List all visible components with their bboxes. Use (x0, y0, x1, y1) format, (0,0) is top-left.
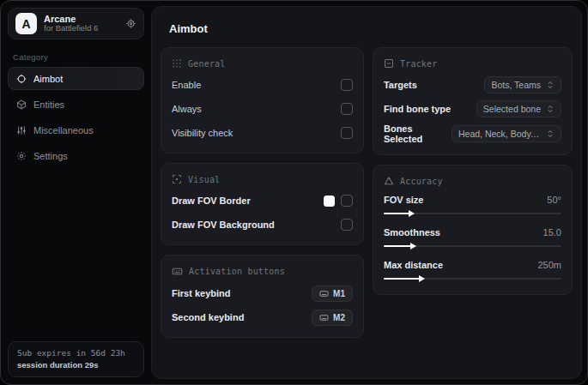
dropdown-value: Bots, Teams (491, 80, 541, 90)
cube-icon (16, 99, 27, 110)
chevrons-up-down-icon (546, 129, 555, 138)
setting-row-draw-fov-border: Draw FOV Border (172, 191, 353, 210)
sidebar: A Arcane for Battlefield 6 Category Aimb… (1, 1, 151, 384)
fov-size-slider[interactable] (384, 208, 561, 219)
keyboard-icon (319, 313, 329, 322)
slider-thumb[interactable] (409, 210, 415, 217)
accuracy-card: Accuracy FOV size 50° (373, 165, 573, 295)
targets-dropdown[interactable]: Bots, Teams (484, 76, 561, 93)
chevrons-up-down-icon (546, 81, 555, 89)
chevrons-up-down-icon (546, 105, 555, 113)
slider-thumb[interactable] (410, 243, 416, 250)
keybind-value: M1 (333, 289, 345, 298)
card-title-text: Accuracy (400, 177, 443, 186)
setting-label: First keybind (172, 288, 230, 298)
setting-label: Always (172, 104, 202, 114)
card-title-text: Activation buttons (189, 267, 285, 276)
setting-row-first-keybind: First keybind M1 (172, 284, 353, 303)
slider-row-fov-size: FOV size 50° (384, 195, 561, 219)
crosshair-icon (16, 74, 27, 84)
page-title: Aimbot (169, 22, 573, 35)
setting-label: Draw FOV Background (172, 220, 275, 230)
left-column: General Enable Always Visibility check (161, 47, 364, 338)
slider-fill (384, 278, 421, 280)
setting-label: Second keybind (172, 312, 244, 322)
activation-buttons-card: Activation buttons First keybind M1 (161, 255, 364, 338)
slider-thumb[interactable] (419, 275, 425, 282)
right-column: Tracker Targets Bots, Teams (373, 47, 573, 295)
keyboard-icon (319, 289, 329, 298)
card-title-text: Tracker (400, 59, 438, 69)
setting-row-find-bone-type: Find bone type Selected bone (384, 99, 561, 118)
sidebar-item-settings[interactable]: Settings (8, 144, 144, 167)
setting-label: Smoothness (384, 227, 440, 238)
setting-label: FOV size (384, 195, 423, 205)
slider-fill (384, 245, 412, 247)
keyboard-icon (172, 266, 183, 277)
fov-border-color-swatch[interactable] (324, 196, 335, 207)
always-checkbox[interactable] (341, 103, 353, 115)
slider-value: 250m (537, 260, 561, 270)
sliders-icon (16, 125, 27, 135)
card-title-text: Visual (188, 175, 220, 184)
dropdown-value: Head, Neck, Body, Pe.. (458, 129, 541, 139)
sidebar-item-label: Miscellaneous (33, 125, 94, 135)
sidebar-item-label: Settings (33, 151, 68, 161)
visibility-check-checkbox[interactable] (341, 127, 353, 139)
sidebar-item-label: Entities (33, 99, 64, 110)
general-card: General Enable Always Visibility check (161, 47, 364, 153)
setting-label: Draw FOV Border (172, 196, 251, 206)
session-duration-text: session duration 29s (17, 360, 135, 370)
sidebar-item-miscellaneous[interactable]: Miscellaneous (8, 118, 144, 141)
slider-value: 15.0 (543, 227, 561, 238)
gear-icon (16, 151, 27, 161)
sidebar-item-aimbot[interactable]: Aimbot (8, 67, 144, 90)
find-bone-type-dropdown[interactable]: Selected bone (476, 100, 561, 117)
logo-card: A Arcane for Battlefield 6 (8, 8, 144, 39)
scan-line-icon (384, 58, 394, 69)
gear-icon[interactable] (125, 18, 136, 29)
setting-label: Bones Selected (384, 123, 452, 144)
setting-row-always: Always (172, 99, 353, 118)
grid-dots-icon (172, 58, 182, 69)
setting-label: Max distance (384, 260, 443, 270)
focus-icon (172, 174, 182, 184)
first-keybind-button[interactable]: M1 (312, 286, 353, 302)
visual-card: Visual Draw FOV Border Draw FOV Backgrou… (161, 163, 364, 245)
draw-fov-background-checkbox[interactable] (341, 219, 353, 231)
bones-selected-dropdown[interactable]: Head, Neck, Body, Pe.. (452, 125, 561, 142)
app-window: A Arcane for Battlefield 6 Category Aimb… (0, 0, 588, 385)
subscription-status-card: Sub expires in 56d 23h session duration … (8, 341, 144, 377)
draw-fov-border-checkbox[interactable] (341, 195, 353, 207)
setting-row-enable: Enable (172, 75, 353, 94)
setting-label: Visibility check (172, 128, 233, 138)
enable-checkbox[interactable] (341, 79, 353, 91)
slider-value: 50° (547, 195, 561, 205)
slider-fill (384, 213, 410, 214)
dropdown-value: Selected bone (483, 104, 541, 114)
max-distance-slider[interactable] (384, 274, 561, 284)
triangle-icon (384, 176, 394, 186)
setting-row-bones-selected: Bones Selected Head, Neck, Body, Pe.. (384, 123, 561, 144)
category-label: Category (13, 52, 144, 62)
setting-row-second-keybind: Second keybind M2 (172, 308, 353, 327)
sidebar-item-label: Aimbot (33, 74, 63, 84)
tracker-card: Tracker Targets Bots, Teams (373, 47, 573, 155)
setting-label: Enable (172, 80, 201, 90)
setting-label: Find bone type (384, 104, 451, 114)
sub-expiry-text: Sub expires in 56d 23h (17, 348, 135, 358)
setting-row-visibility-check: Visibility check (172, 123, 353, 142)
sidebar-item-entities[interactable]: Entities (8, 93, 144, 116)
app-subtitle: for Battlefield 6 (44, 24, 118, 33)
slider-row-smoothness: Smoothness 15.0 (384, 227, 561, 251)
setting-label: Targets (384, 80, 417, 90)
main-panel: Aimbot General (151, 6, 582, 379)
slider-row-max-distance: Max distance 250m (384, 260, 561, 284)
smoothness-slider[interactable] (384, 241, 561, 251)
setting-row-targets: Targets Bots, Teams (384, 75, 561, 94)
app-logo: A (15, 13, 37, 34)
setting-row-draw-fov-background: Draw FOV Background (172, 215, 353, 234)
keybind-value: M2 (333, 313, 345, 322)
card-title-text: General (188, 59, 226, 69)
second-keybind-button[interactable]: M2 (312, 310, 353, 326)
